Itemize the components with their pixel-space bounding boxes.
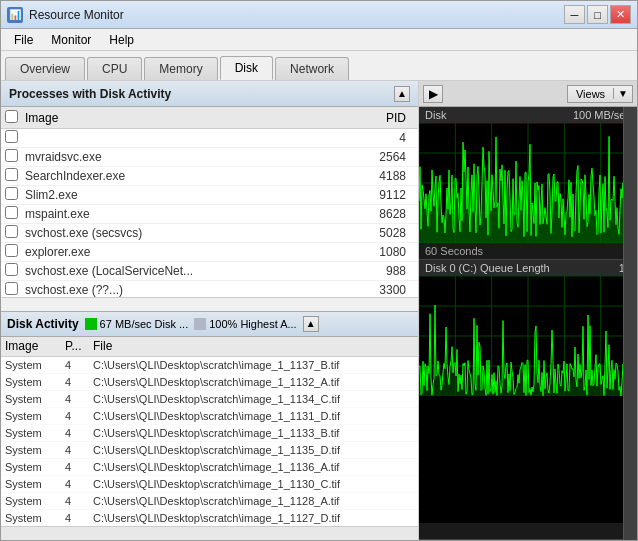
menu-monitor[interactable]: Monitor <box>42 30 100 50</box>
process-checkbox[interactable] <box>5 168 18 181</box>
process-checkbox[interactable] <box>5 244 18 257</box>
process-checkbox[interactable] <box>5 282 18 295</box>
act-image: System <box>5 444 65 456</box>
queue-graph-canvas <box>419 276 637 523</box>
minimize-button[interactable]: ─ <box>564 5 585 24</box>
activity-row: System 4 C:\Users\QLI\Desktop\scratch\im… <box>1 391 418 408</box>
tab-network[interactable]: Network <box>275 57 349 80</box>
left-panel: Processes with Disk Activity ▲ Image PID… <box>1 81 419 540</box>
table-row: mspaint.exe 8628 <box>1 205 418 224</box>
process-image: svchost.exe (secsvcs) <box>25 226 354 240</box>
badge-highest: 100% Highest A... <box>194 318 296 330</box>
tab-memory[interactable]: Memory <box>144 57 217 80</box>
act-pid: 4 <box>65 512 93 524</box>
col-header-pid: PID <box>354 111 414 125</box>
act-pid: 4 <box>65 461 93 473</box>
process-checkbox[interactable] <box>5 187 18 200</box>
table-row: svchost.exe (??...) 3300 <box>1 281 418 297</box>
activity-row: System 4 C:\Users\QLI\Desktop\scratch\im… <box>1 510 418 527</box>
views-dropdown[interactable]: Views ▼ <box>567 85 633 103</box>
table-row: svchost.exe (secsvcs) 5028 <box>1 224 418 243</box>
activity-h-scrollbar[interactable] <box>1 526 418 540</box>
table-row: explorer.exe 1080 <box>1 243 418 262</box>
menu-file[interactable]: File <box>5 30 42 50</box>
table-row: Slim2.exe 9112 <box>1 186 418 205</box>
activity-row: System 4 C:\Users\QLI\Desktop\scratch\im… <box>1 493 418 510</box>
process-pid: 1080 <box>354 245 414 259</box>
process-checkbox[interactable] <box>5 206 18 219</box>
act-image: System <box>5 461 65 473</box>
disk-graph-canvas <box>419 123 637 243</box>
act-image: System <box>5 512 65 524</box>
act-pid: 4 <box>65 444 93 456</box>
tab-disk[interactable]: Disk <box>220 56 273 80</box>
process-checkbox[interactable] <box>5 130 18 143</box>
act-file: C:\Users\QLI\Desktop\scratch\image_1_113… <box>93 393 414 405</box>
process-pid: 2564 <box>354 150 414 164</box>
process-checkbox[interactable] <box>5 263 18 276</box>
act-file: C:\Users\QLI\Desktop\scratch\image_1_113… <box>93 444 414 456</box>
act-file: C:\Users\QLI\Desktop\scratch\image_1_113… <box>93 359 414 371</box>
activity-row: System 4 C:\Users\QLI\Desktop\scratch\im… <box>1 374 418 391</box>
disk-time-left: 60 Seconds <box>425 245 483 257</box>
act-pid: 4 <box>65 427 93 439</box>
col-header-act-image: Image <box>5 339 65 353</box>
act-file: C:\Users\QLI\Desktop\scratch\image_1_113… <box>93 478 414 490</box>
process-image: svchost.exe (LocalServiceNet... <box>25 264 354 278</box>
activity-row: System 4 C:\Users\QLI\Desktop\scratch\im… <box>1 476 418 493</box>
queue-graph-section: Disk 0 (C:) Queue Length 10 0 <box>419 260 637 540</box>
badge-disk-speed: 67 MB/sec Disk ... <box>85 318 189 330</box>
right-panel-scrollbar[interactable] <box>623 107 637 540</box>
act-pid: 4 <box>65 393 93 405</box>
close-button[interactable]: ✕ <box>610 5 631 24</box>
menu-help[interactable]: Help <box>100 30 143 50</box>
act-image: System <box>5 478 65 490</box>
act-file: C:\Users\QLI\Desktop\scratch\image_1_113… <box>93 461 414 473</box>
process-checkbox[interactable] <box>5 149 18 162</box>
process-pid: 4188 <box>354 169 414 183</box>
activity-row: System 4 C:\Users\QLI\Desktop\scratch\im… <box>1 459 418 476</box>
act-pid: 4 <box>65 359 93 371</box>
process-checkbox[interactable] <box>5 225 18 238</box>
act-pid: 4 <box>65 495 93 507</box>
act-image: System <box>5 376 65 388</box>
col-header-act-file: File <box>93 339 414 353</box>
act-file: C:\Users\QLI\Desktop\scratch\image_1_112… <box>93 495 414 507</box>
process-pid: 5028 <box>354 226 414 240</box>
badge-highest-text: 100% Highest A... <box>209 318 296 330</box>
act-pid: 4 <box>65 478 93 490</box>
expand-button[interactable]: ▶ <box>423 85 443 103</box>
right-panel: ▶ Views ▼ Disk 100 MB/sec 60 Seconds 0 <box>419 81 637 540</box>
processes-collapse-btn[interactable]: ▲ <box>394 86 410 102</box>
disk-activity-title: Disk Activity <box>7 317 79 331</box>
processes-h-scrollbar[interactable] <box>1 297 418 311</box>
act-file: C:\Users\QLI\Desktop\scratch\image_1_113… <box>93 376 414 388</box>
disk-activity-collapse-btn[interactable]: ▲ <box>303 316 319 332</box>
tabs-bar: Overview CPU Memory Disk Network <box>1 51 637 81</box>
tab-overview[interactable]: Overview <box>5 57 85 80</box>
disk-activity-table: Image P... File System 4 C:\Users\QLI\De… <box>1 337 418 541</box>
act-file: C:\Users\QLI\Desktop\scratch\image_1_113… <box>93 427 414 439</box>
tab-cpu[interactable]: CPU <box>87 57 142 80</box>
table-row: SearchIndexer.exe 4188 <box>1 167 418 186</box>
activity-table-body: System 4 C:\Users\QLI\Desktop\scratch\im… <box>1 357 418 527</box>
process-image: SearchIndexer.exe <box>25 169 354 183</box>
act-file: C:\Users\QLI\Desktop\scratch\image_1_112… <box>93 512 414 524</box>
activity-row: System 4 C:\Users\QLI\Desktop\scratch\im… <box>1 442 418 459</box>
title-bar: 📊 Resource Monitor ─ □ ✕ <box>1 1 637 29</box>
maximize-button[interactable]: □ <box>587 5 608 24</box>
processes-table: Image PID 4 mvraidsvc.exe 2564 <box>1 107 418 311</box>
menu-bar: File Monitor Help <box>1 29 637 51</box>
act-image: System <box>5 495 65 507</box>
act-pid: 4 <box>65 376 93 388</box>
table-row: 4 <box>1 129 418 148</box>
act-image: System <box>5 359 65 371</box>
disk-graph-header: Disk 100 MB/sec <box>419 107 637 123</box>
disk-graph-title: Disk <box>425 109 446 121</box>
select-all-checkbox[interactable] <box>5 110 18 123</box>
process-pid: 4 <box>354 131 414 145</box>
col-header-act-pid: P... <box>65 339 93 353</box>
activity-row: System 4 C:\Users\QLI\Desktop\scratch\im… <box>1 357 418 374</box>
window-controls: ─ □ ✕ <box>564 5 631 24</box>
badge-disk-text: 67 MB/sec Disk ... <box>100 318 189 330</box>
